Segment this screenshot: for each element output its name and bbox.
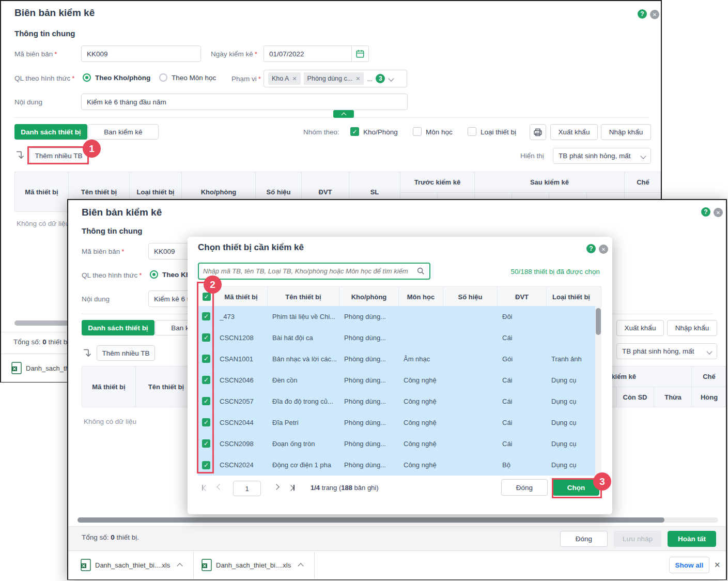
- file-menu-caret-icon[interactable]: [177, 563, 182, 569]
- radio-theo-kho-phong[interactable]: [83, 73, 91, 82]
- subcol-con-sd: Còn SD: [616, 387, 654, 407]
- chevron-down-icon[interactable]: [389, 75, 394, 81]
- dong-button[interactable]: Đóng: [560, 531, 608, 547]
- tab-danh-sach-thiet-bi[interactable]: Danh sách thiết bị: [82, 320, 154, 335]
- search-input[interactable]: [199, 267, 417, 275]
- checkbox-kho-phong[interactable]: [350, 127, 359, 136]
- annotation-step2-badge: 2: [204, 276, 222, 294]
- date-field[interactable]: [264, 45, 369, 62]
- tab-ban-kiem-ke[interactable]: Ban kiểm kê: [88, 124, 159, 140]
- pagination-prev-button[interactable]: [218, 485, 222, 489]
- table-row[interactable]: _473Phim tài liệu về Chi...Phòng dùng...…: [198, 306, 595, 327]
- ma-bien-ban-input[interactable]: [81, 45, 201, 62]
- ngay-kiem-ke-input[interactable]: [264, 50, 351, 58]
- collapse-form-button[interactable]: [333, 110, 354, 118]
- pagination-last-button[interactable]: [289, 485, 295, 491]
- table-row[interactable]: CSCN2024Động cơ điện 1 phaPhòng dùng...C…: [198, 454, 595, 476]
- chip-kho-a[interactable]: Kho A✕: [268, 72, 301, 85]
- table-row[interactable]: CSCN2046Đèn cồnPhòng dùng...Công nghệCái…: [198, 370, 595, 391]
- checkbox-mon-hoc[interactable]: [413, 127, 422, 136]
- export-button[interactable]: Xuất khẩu: [616, 320, 664, 336]
- row-checkbox[interactable]: [202, 333, 210, 342]
- pham-vi-multiselect[interactable]: Kho A✕ Phòng dùng c...✕ ... 3: [264, 70, 407, 87]
- pagination-first-button[interactable]: [202, 485, 208, 491]
- col-loai-thiet-bi: Loại thiết bị: [547, 287, 596, 307]
- downloads-bar: Danh_sach_thiet_bi....xls Danh_sach_thie…: [68, 551, 726, 579]
- chip-phong-dung-chung[interactable]: Phòng dùng c...✕: [304, 72, 364, 85]
- import-button[interactable]: Nhập khẩu: [601, 124, 651, 140]
- modal-title: Chọn thiết bị cần kiểm kê: [198, 242, 304, 253]
- radio-theo-mon-hoc[interactable]: [159, 73, 167, 82]
- help-icon[interactable]: [701, 207, 710, 217]
- selected-count-info: 50/188 thiết bị đã được chọn: [510, 268, 600, 276]
- excel-file-icon: [11, 362, 22, 374]
- checkbox-label-mon-hoc[interactable]: Môn học: [426, 128, 453, 136]
- print-button[interactable]: [530, 124, 546, 140]
- close-downloads-bar-icon[interactable]: ✕: [714, 560, 721, 570]
- field-label-pham-vi: Phạm vi*: [231, 75, 261, 83]
- help-icon[interactable]: [638, 9, 647, 19]
- excel-file-icon: [81, 559, 91, 571]
- chevron-up-icon: [341, 112, 346, 117]
- col-group-chenh-lech: Chế Hỏng: [692, 366, 726, 407]
- help-icon[interactable]: [586, 244, 596, 253]
- modal-table-header: Mã thiết bị Tên thiết bị Kho/phòng Môn h…: [198, 286, 601, 307]
- row-checkbox[interactable]: [202, 355, 210, 363]
- radio-label-theo-kho-phong[interactable]: Theo Kho/phòng: [95, 74, 150, 82]
- checkbox-loai-thiet-bi[interactable]: [468, 127, 476, 136]
- pagination-page-input[interactable]: 1: [233, 481, 261, 496]
- row-checkbox[interactable]: [202, 461, 210, 469]
- close-icon[interactable]: [714, 208, 723, 217]
- show-all-button[interactable]: Show all: [669, 557, 709, 573]
- table-row[interactable]: CSAN1001Bản nhạc và lời các...Phòng dùng…: [198, 348, 595, 370]
- select-all-checkbox[interactable]: [203, 293, 211, 301]
- search-icon[interactable]: [417, 267, 425, 275]
- tab-danh-sach-thiet-bi[interactable]: Danh sách thiết bị: [14, 124, 87, 140]
- search-field[interactable]: [198, 263, 430, 280]
- table-row[interactable]: CSCN2044Đĩa PetriPhòng dùng...Công nghệC…: [198, 412, 595, 433]
- export-button[interactable]: Xuất khẩu: [550, 124, 598, 140]
- horizontal-scrollbar-thumb[interactable]: [14, 320, 72, 326]
- vertical-scrollbar-track[interactable]: [595, 306, 601, 476]
- row-checkbox[interactable]: [202, 397, 210, 405]
- table-row[interactable]: CSCN2098Đoạn ống trònPhòng dùng...Công n…: [198, 433, 595, 454]
- table-row[interactable]: CSCN1208Bài hát đội caPhòng dùng...Cái: [198, 327, 595, 348]
- chips-more-count-badge[interactable]: 3: [376, 74, 385, 83]
- modal-close-icon[interactable]: [599, 244, 608, 254]
- file-menu-caret-icon[interactable]: [298, 563, 303, 569]
- chevron-down-icon: [706, 348, 712, 354]
- total-count: Tổng số: 0 thiết bị.: [13, 338, 71, 346]
- checkbox-label-kho-phong[interactable]: Kho/Phòng: [363, 128, 398, 136]
- chip-remove-icon[interactable]: ✕: [355, 75, 360, 82]
- row-checkbox[interactable]: [202, 439, 210, 448]
- row-checkbox[interactable]: [202, 418, 210, 426]
- window-footer: Tổng số: 0 thiết bị. Đóng Lưu nháp Hoàn …: [68, 526, 726, 551]
- downloaded-file-1[interactable]: Danh_sach_thiet_bi....xls: [95, 561, 170, 569]
- vertical-scrollbar-thumb[interactable]: [596, 308, 601, 335]
- row-checkbox[interactable]: [202, 376, 210, 384]
- radio-label-theo-mon-hoc[interactable]: Theo Môn học: [172, 74, 216, 82]
- them-nhieu-tb-button[interactable]: Thêm nhiều TB: [29, 148, 88, 163]
- them-nhieu-tb-button[interactable]: Thêm nhiều TB: [97, 345, 155, 361]
- horizontal-scrollbar-thumb[interactable]: [78, 517, 664, 523]
- radio-theo-kho-phong[interactable]: [150, 270, 158, 279]
- horizontal-scrollbar-track[interactable]: [78, 517, 718, 523]
- close-icon[interactable]: [650, 10, 659, 19]
- hoan-tat-button[interactable]: Hoàn tất: [668, 531, 716, 547]
- luu-nhap-button[interactable]: Lưu nháp: [614, 531, 661, 547]
- calendar-icon[interactable]: [351, 46, 368, 62]
- hien-thi-select[interactable]: TB phát sinh hỏng, mất: [616, 343, 717, 359]
- row-checkbox[interactable]: [202, 312, 210, 320]
- chips-overflow-ellipsis: ...: [367, 75, 373, 83]
- modal-chon-button[interactable]: Chọn: [553, 479, 599, 496]
- noi-dung-input[interactable]: [81, 94, 408, 110]
- downloaded-file-2[interactable]: Danh_sach_thiet_bi....xls: [216, 561, 291, 569]
- modal-dong-button[interactable]: Đóng: [501, 479, 548, 496]
- pagination-next-button[interactable]: [274, 485, 278, 489]
- import-button[interactable]: Nhập khẩu: [667, 320, 717, 336]
- table-row[interactable]: CSCN2057Đĩa đo độ trong củ...Phòng dùng.…: [198, 391, 595, 412]
- chip-remove-icon[interactable]: ✕: [292, 75, 297, 82]
- checkbox-label-loai-thiet-bi[interactable]: Loại thiết bị: [481, 128, 516, 136]
- hien-thi-select[interactable]: TB phát sinh hỏng, mất: [553, 148, 651, 164]
- field-label-ql-hinh-thuc: QL theo hình thức*: [14, 74, 75, 82]
